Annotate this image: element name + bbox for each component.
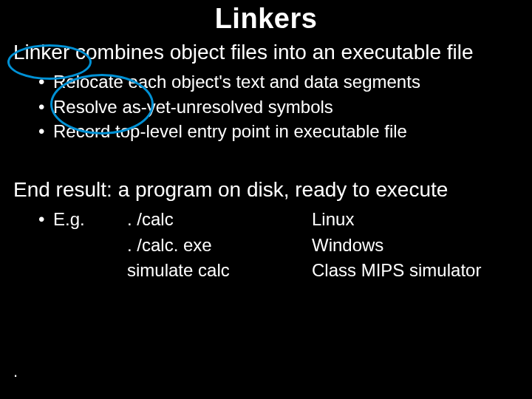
intro-line: Linker combines object files into an exe… bbox=[13, 39, 519, 65]
bullet-item: Record top-level entry point in executab… bbox=[38, 119, 519, 144]
example-oses: Linux Windows Class MIPS simulator bbox=[290, 207, 519, 284]
bullet-list-1: Relocate each object's text and data seg… bbox=[38, 69, 519, 144]
example-os: Linux bbox=[312, 207, 519, 233]
slide: Linkers Linker combines object files int… bbox=[0, 0, 532, 399]
slide-body: Linker combines object files into an exe… bbox=[0, 35, 532, 284]
result-line: End result: a program on disk, ready to … bbox=[13, 177, 519, 202]
bullet-item: Resolve as-yet-unresolved symbols bbox=[38, 95, 519, 120]
example-os: Windows bbox=[312, 233, 519, 259]
example-cmd: . /calc bbox=[127, 207, 290, 233]
example-commands: . /calc . /calc. exe simulate calc bbox=[127, 207, 290, 284]
slide-title: Linkers bbox=[0, 0, 532, 35]
footer-dot: . bbox=[13, 362, 18, 381]
bullet-item: Relocate each object's text and data seg… bbox=[38, 69, 519, 95]
example-cmd: . /calc. exe bbox=[127, 233, 290, 259]
example-row: E.g. . /calc . /calc. exe simulate calc … bbox=[38, 207, 519, 284]
example-cmd: simulate calc bbox=[127, 258, 290, 284]
example-os: Class MIPS simulator bbox=[312, 258, 519, 284]
example-label: E.g. bbox=[38, 207, 127, 284]
